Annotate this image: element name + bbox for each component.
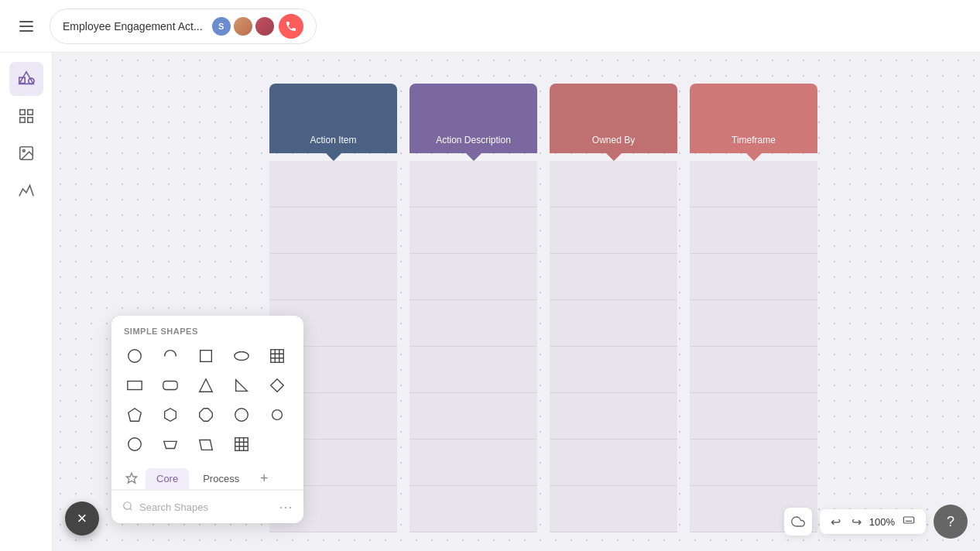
header: Employee Engagement Act... S	[0, 0, 980, 53]
keyboard-icon	[903, 514, 915, 526]
shape-parallelogram[interactable]	[190, 430, 221, 458]
table-row	[409, 207, 537, 254]
shape-trapezoid[interactable]	[155, 430, 186, 458]
kanban-header-2: Action Description	[409, 84, 537, 153]
menu-button[interactable]	[12, 12, 40, 40]
table-row	[690, 440, 817, 486]
table-row	[690, 347, 817, 393]
shape-triangle[interactable]	[190, 371, 221, 399]
shape-octagon[interactable]	[190, 401, 221, 429]
fab-close-button[interactable]: ×	[65, 501, 99, 536]
shape-circle[interactable]	[119, 342, 150, 370]
undo-button[interactable]: ↩	[828, 513, 844, 531]
more-options-icon[interactable]: ⋯	[279, 498, 293, 515]
kanban-body-2	[409, 161, 537, 532]
sidebar-item-images[interactable]	[9, 136, 43, 170]
cloud-save-button[interactable]	[784, 508, 812, 536]
table-row	[409, 300, 537, 347]
sidebar-item-diagrams[interactable]	[9, 173, 43, 207]
svg-marker-19	[236, 380, 248, 392]
svg-marker-22	[165, 409, 176, 422]
table-row	[269, 161, 397, 207]
table-row	[690, 254, 817, 300]
svg-rect-11	[271, 350, 284, 363]
keyboard-button[interactable]	[899, 512, 918, 531]
kanban-header-text-2: Action Description	[436, 135, 511, 145]
avatar-photo1	[232, 15, 254, 37]
svg-marker-20	[271, 379, 284, 392]
zoom-controls: ↩ ↪ 100%	[820, 509, 926, 534]
kanban-body-4	[690, 161, 817, 532]
search-icon-svg	[122, 501, 133, 512]
kanban-header-text-1: Action Item	[310, 135, 356, 145]
svg-marker-21	[128, 409, 142, 422]
redo-button[interactable]: ↪	[848, 513, 865, 531]
svg-point-25	[272, 410, 283, 420]
svg-point-35	[124, 501, 131, 508]
shape-rect[interactable]	[119, 371, 150, 399]
shape-grid[interactable]	[226, 430, 257, 458]
close-icon: ×	[77, 508, 87, 529]
avatar-photo2	[254, 15, 276, 37]
document-title: Employee Engagement Act...	[63, 20, 203, 33]
shape-circle-sm[interactable]	[262, 401, 293, 429]
simple-shapes-label: SIMPLE SHAPES	[111, 316, 303, 342]
shapes-grid	[111, 342, 303, 464]
shape-square[interactable]	[190, 342, 221, 370]
shape-circle-outline[interactable]	[226, 401, 257, 429]
shape-pentagon[interactable]	[119, 401, 150, 429]
shape-arc[interactable]	[155, 342, 186, 370]
kanban-header-text-4: Timeframe	[732, 135, 776, 145]
svg-rect-3	[27, 110, 32, 115]
search-shapes-input[interactable]	[139, 501, 272, 513]
kanban-header-text-3: Owned By	[592, 135, 635, 145]
table-row	[550, 393, 677, 440]
shape-hexagon[interactable]	[155, 401, 186, 429]
table-row	[550, 254, 677, 300]
document-title-pill[interactable]: Employee Engagement Act... S	[50, 9, 317, 44]
svg-point-24	[235, 409, 248, 422]
table-row	[690, 207, 817, 254]
svg-rect-37	[903, 517, 913, 523]
svg-rect-5	[27, 118, 32, 122]
phone-icon	[285, 20, 297, 33]
help-icon: ?	[947, 514, 954, 530]
shape-panel: SIMPLE SHAPES	[111, 316, 303, 523]
svg-marker-28	[200, 440, 213, 450]
avatar-s: S	[211, 15, 232, 37]
svg-rect-2	[19, 110, 24, 115]
shapes-icon	[18, 70, 35, 87]
svg-point-10	[235, 352, 248, 361]
table-row	[269, 207, 397, 254]
table-row	[550, 207, 677, 254]
help-button[interactable]: ?	[934, 505, 968, 539]
diagrams-icon	[18, 182, 35, 199]
images-icon	[18, 145, 35, 162]
canvas-area[interactable]: Action Item Action Description	[53, 53, 980, 551]
table-row	[690, 161, 817, 207]
add-tab-button[interactable]: +	[253, 467, 275, 489]
shape-table[interactable]	[262, 342, 293, 370]
menu-icon	[19, 21, 33, 32]
kanban-body-3	[550, 161, 677, 532]
table-row	[550, 300, 677, 347]
shape-ellipse[interactable]	[226, 342, 257, 370]
shape-right-triangle[interactable]	[226, 371, 257, 399]
kanban-board: Action Item Action Description	[269, 84, 817, 532]
table-row	[409, 254, 537, 300]
tab-icon[interactable]	[121, 467, 142, 489]
tab-process[interactable]: Process	[192, 468, 250, 489]
kanban-column-3: Owned By	[550, 84, 677, 532]
shape-diamond[interactable]	[262, 371, 293, 399]
tab-core[interactable]: Core	[146, 468, 189, 489]
sidebar-item-shapes[interactable]	[9, 62, 43, 96]
table-row	[409, 440, 537, 486]
shape-rounded-rect[interactable]	[155, 371, 186, 399]
kanban-column-4: Timeframe	[690, 84, 817, 532]
shape-circle-xs[interactable]	[119, 430, 150, 458]
kanban-header-3: Owned By	[550, 84, 677, 153]
svg-marker-23	[200, 409, 213, 422]
call-button[interactable]	[279, 14, 303, 39]
collaborator-avatars: S	[211, 14, 303, 39]
sidebar-item-frames[interactable]	[9, 99, 43, 133]
